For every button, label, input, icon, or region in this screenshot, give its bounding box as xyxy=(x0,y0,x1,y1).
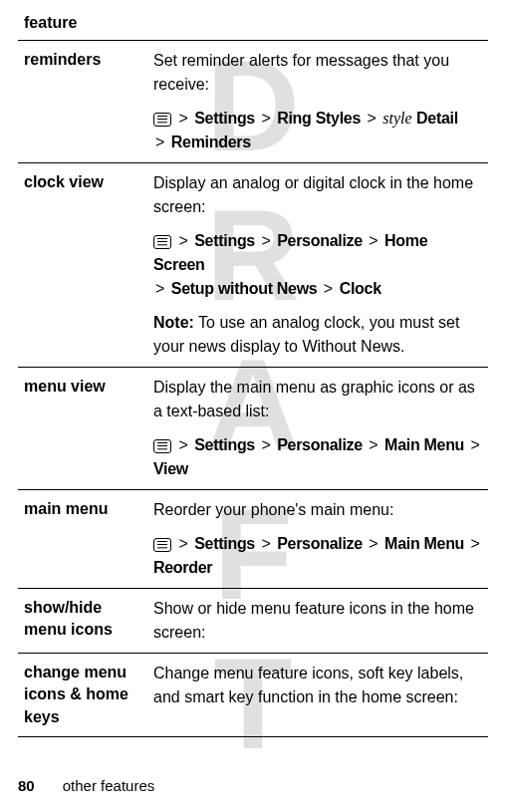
row-desc: Set reminder alerts for messages that yo… xyxy=(153,49,482,97)
table-row: change menu icons & home keys Change men… xyxy=(18,654,488,737)
row-desc: Show or hide menu feature icons in the h… xyxy=(153,597,482,645)
path-part: Settings xyxy=(194,436,255,453)
path-sep: > xyxy=(471,535,480,552)
path-part: Reminders xyxy=(171,134,251,150)
table-row: reminders Set reminder alerts for messag… xyxy=(18,41,488,163)
path-sep: > xyxy=(471,436,480,453)
note-label: Note: xyxy=(153,314,194,331)
row-desc: Change menu feature icons, soft key labe… xyxy=(153,662,482,709)
path-sep: > xyxy=(178,436,187,453)
row-content: Change menu feature icons, soft key labe… xyxy=(147,654,488,737)
menu-path: > Settings > Ring Styles > style Detail … xyxy=(153,107,482,154)
row-content: Display the main menu as graphic icons o… xyxy=(147,368,488,490)
page-footer: 80other features xyxy=(18,777,154,794)
table-row: main menu Reorder your phone's main menu… xyxy=(18,490,488,589)
menu-icon xyxy=(153,439,171,453)
path-sep: > xyxy=(261,436,270,453)
row-content: Reorder your phone's main menu: > Settin… xyxy=(147,490,488,589)
row-title: menu view xyxy=(18,368,147,490)
path-part: Personalize xyxy=(277,232,363,249)
menu-icon xyxy=(153,235,171,249)
table-row: clock view Display an analog or digital … xyxy=(18,163,488,368)
path-sep: > xyxy=(155,280,164,297)
page-number: 80 xyxy=(18,777,35,794)
row-desc: Display an analog or digital clock in th… xyxy=(153,171,482,219)
path-sep: > xyxy=(369,535,378,552)
row-title: clock view xyxy=(18,163,147,368)
row-title: show/hide menu icons xyxy=(18,589,147,654)
row-title: change menu icons & home keys xyxy=(18,654,147,737)
menu-path: > Settings > Personalize > Home Screen >… xyxy=(153,229,482,301)
path-sep: > xyxy=(155,134,164,150)
path-sep: > xyxy=(261,110,270,127)
table-row: menu view Display the main menu as graph… xyxy=(18,368,488,490)
row-desc: Display the main menu as graphic icons o… xyxy=(153,376,482,423)
path-sep: > xyxy=(368,110,377,127)
row-desc: Reorder your phone's main menu: xyxy=(153,498,482,522)
note-text-after: . xyxy=(400,338,404,355)
path-part: Setup without News xyxy=(171,280,318,297)
path-part: Personalize xyxy=(277,436,363,453)
path-part: Detail xyxy=(416,110,458,127)
note-bold: Without News xyxy=(302,338,400,355)
path-part: Ring Styles xyxy=(277,110,361,127)
row-content: Show or hide menu feature icons in the h… xyxy=(147,589,488,654)
path-part: Main Menu xyxy=(384,535,464,552)
path-part: View xyxy=(153,460,188,477)
path-sep: > xyxy=(324,280,333,297)
path-part: Settings xyxy=(194,110,255,127)
path-sep: > xyxy=(261,535,270,552)
menu-icon xyxy=(153,113,171,127)
row-content: Set reminder alerts for messages that yo… xyxy=(147,41,488,163)
table-row: show/hide menu icons Show or hide menu f… xyxy=(18,589,488,654)
menu-icon xyxy=(153,538,171,552)
path-part: Personalize xyxy=(277,535,363,552)
feature-table: feature reminders Set reminder alerts fo… xyxy=(18,10,488,737)
path-sep: > xyxy=(369,436,378,453)
path-sep: > xyxy=(178,535,187,552)
path-sep: > xyxy=(369,232,378,249)
path-part: Reorder xyxy=(153,559,212,576)
row-title: reminders xyxy=(18,41,147,163)
path-part: Settings xyxy=(194,535,255,552)
row-note: Note: To use an analog clock, you must s… xyxy=(153,311,482,359)
row-content: Display an analog or digital clock in th… xyxy=(147,163,488,368)
menu-path: > Settings > Personalize > Main Menu > V… xyxy=(153,433,482,481)
row-title: main menu xyxy=(18,490,147,589)
path-part: Settings xyxy=(194,232,255,249)
path-sep: > xyxy=(178,232,187,249)
menu-path: > Settings > Personalize > Main Menu > R… xyxy=(153,532,482,580)
path-style: style xyxy=(382,110,411,127)
path-sep: > xyxy=(261,232,270,249)
footer-section: other features xyxy=(63,777,155,794)
table-header: feature xyxy=(18,10,488,41)
path-part: Main Menu xyxy=(384,436,464,453)
path-part: Clock xyxy=(340,280,381,297)
path-sep: > xyxy=(178,110,187,127)
